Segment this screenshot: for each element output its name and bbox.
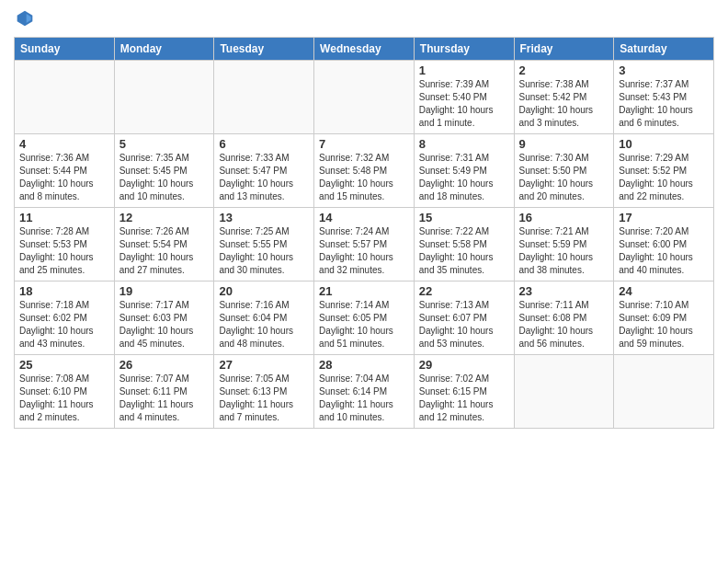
calendar-day-cell: 6Sunrise: 7:33 AM Sunset: 5:47 PM Daylig…: [214, 134, 314, 208]
day-info: Sunrise: 7:33 AM Sunset: 5:47 PM Dayligh…: [219, 152, 309, 203]
calendar-day-cell: [514, 355, 614, 429]
calendar-day-cell: 16Sunrise: 7:21 AM Sunset: 5:59 PM Dayli…: [514, 208, 614, 282]
day-number: 12: [119, 211, 210, 224]
calendar-day-cell: 25Sunrise: 7:08 AM Sunset: 6:10 PM Dayli…: [15, 355, 115, 429]
day-number: 6: [219, 137, 309, 151]
calendar-day-cell: 24Sunrise: 7:10 AM Sunset: 6:09 PM Dayli…: [614, 282, 714, 355]
day-info: Sunrise: 7:02 AM Sunset: 6:15 PM Dayligh…: [419, 373, 509, 424]
calendar-week-row: 18Sunrise: 7:18 AM Sunset: 6:02 PM Dayli…: [15, 282, 714, 355]
day-number: 20: [219, 284, 309, 298]
day-info: Sunrise: 7:18 AM Sunset: 6:02 PM Dayligh…: [19, 299, 109, 350]
day-info: Sunrise: 7:20 AM Sunset: 6:00 PM Dayligh…: [619, 225, 709, 277]
calendar-day-cell: 26Sunrise: 7:07 AM Sunset: 6:11 PM Dayli…: [114, 355, 214, 429]
day-number: 17: [619, 211, 709, 224]
day-info: Sunrise: 7:39 AM Sunset: 5:40 PM Dayligh…: [419, 78, 509, 130]
calendar-table: SundayMondayTuesdayWednesdayThursdayFrid…: [14, 37, 714, 429]
day-info: Sunrise: 7:21 AM Sunset: 5:59 PM Dayligh…: [519, 225, 609, 277]
calendar-day-cell: [114, 61, 214, 134]
day-number: 27: [219, 358, 309, 372]
day-info: Sunrise: 7:25 AM Sunset: 5:55 PM Dayligh…: [219, 225, 309, 277]
logo-icon: [16, 9, 34, 28]
day-number: 14: [319, 211, 409, 224]
calendar-week-row: 1Sunrise: 7:39 AM Sunset: 5:40 PM Daylig…: [15, 61, 714, 134]
calendar-day-cell: 28Sunrise: 7:04 AM Sunset: 6:14 PM Dayli…: [314, 355, 415, 429]
day-info: Sunrise: 7:04 AM Sunset: 6:14 PM Dayligh…: [319, 373, 409, 424]
calendar-day-cell: 29Sunrise: 7:02 AM Sunset: 6:15 PM Dayli…: [414, 355, 514, 429]
day-number: 10: [619, 137, 709, 151]
calendar-day-cell: 21Sunrise: 7:14 AM Sunset: 6:05 PM Dayli…: [314, 282, 415, 355]
calendar-day-cell: [314, 61, 415, 134]
day-number: 3: [619, 63, 709, 77]
calendar-day-cell: 11Sunrise: 7:28 AM Sunset: 5:53 PM Dayli…: [15, 208, 115, 282]
day-number: 28: [319, 358, 409, 372]
calendar-week-row: 25Sunrise: 7:08 AM Sunset: 6:10 PM Dayli…: [15, 355, 714, 429]
calendar-day-cell: 1Sunrise: 7:39 AM Sunset: 5:40 PM Daylig…: [414, 61, 514, 134]
calendar-day-cell: 13Sunrise: 7:25 AM Sunset: 5:55 PM Dayli…: [214, 208, 314, 282]
day-info: Sunrise: 7:14 AM Sunset: 6:05 PM Dayligh…: [319, 299, 409, 350]
day-info: Sunrise: 7:37 AM Sunset: 5:43 PM Dayligh…: [619, 78, 709, 130]
day-number: 9: [519, 137, 609, 151]
day-number: 29: [419, 358, 509, 372]
day-info: Sunrise: 7:17 AM Sunset: 6:03 PM Dayligh…: [119, 299, 210, 350]
calendar-day-cell: [614, 355, 714, 429]
day-info: Sunrise: 7:30 AM Sunset: 5:50 PM Dayligh…: [519, 152, 609, 203]
calendar-day-cell: 15Sunrise: 7:22 AM Sunset: 5:58 PM Dayli…: [414, 208, 514, 282]
calendar-day-cell: 10Sunrise: 7:29 AM Sunset: 5:52 PM Dayli…: [614, 134, 714, 208]
calendar-day-cell: 14Sunrise: 7:24 AM Sunset: 5:57 PM Dayli…: [314, 208, 415, 282]
day-number: 7: [319, 137, 409, 151]
calendar-header-cell: Wednesday: [314, 38, 415, 61]
day-info: Sunrise: 7:35 AM Sunset: 5:45 PM Dayligh…: [119, 152, 210, 203]
calendar-day-cell: 12Sunrise: 7:26 AM Sunset: 5:54 PM Dayli…: [114, 208, 214, 282]
calendar-day-cell: 3Sunrise: 7:37 AM Sunset: 5:43 PM Daylig…: [614, 61, 714, 134]
day-info: Sunrise: 7:32 AM Sunset: 5:48 PM Dayligh…: [319, 152, 409, 203]
calendar-day-cell: [15, 61, 115, 134]
day-info: Sunrise: 7:16 AM Sunset: 6:04 PM Dayligh…: [219, 299, 309, 350]
day-info: Sunrise: 7:36 AM Sunset: 5:44 PM Dayligh…: [19, 152, 109, 203]
calendar-day-cell: 4Sunrise: 7:36 AM Sunset: 5:44 PM Daylig…: [15, 134, 115, 208]
calendar-day-cell: 23Sunrise: 7:11 AM Sunset: 6:08 PM Dayli…: [514, 282, 614, 355]
calendar-day-cell: 17Sunrise: 7:20 AM Sunset: 6:00 PM Dayli…: [614, 208, 714, 282]
day-number: 25: [19, 358, 109, 372]
day-number: 4: [19, 137, 109, 151]
calendar-day-cell: 8Sunrise: 7:31 AM Sunset: 5:49 PM Daylig…: [414, 134, 514, 208]
day-number: 13: [219, 211, 309, 224]
day-info: Sunrise: 7:10 AM Sunset: 6:09 PM Dayligh…: [619, 299, 709, 350]
calendar-week-row: 11Sunrise: 7:28 AM Sunset: 5:53 PM Dayli…: [15, 208, 714, 282]
calendar-header-cell: Friday: [514, 38, 614, 61]
day-info: Sunrise: 7:05 AM Sunset: 6:13 PM Dayligh…: [219, 373, 309, 424]
calendar-header-cell: Tuesday: [214, 38, 314, 61]
day-number: 5: [119, 137, 210, 151]
day-number: 11: [19, 211, 109, 224]
calendar-header-cell: Saturday: [614, 38, 714, 61]
day-info: Sunrise: 7:29 AM Sunset: 5:52 PM Dayligh…: [619, 152, 709, 203]
day-number: 19: [119, 284, 210, 298]
day-info: Sunrise: 7:07 AM Sunset: 6:11 PM Dayligh…: [119, 373, 210, 424]
day-number: 15: [419, 211, 509, 224]
day-info: Sunrise: 7:13 AM Sunset: 6:07 PM Dayligh…: [419, 299, 509, 350]
calendar-header-cell: Thursday: [414, 38, 514, 61]
day-number: 23: [519, 284, 609, 298]
day-number: 8: [419, 137, 509, 151]
calendar-day-cell: 5Sunrise: 7:35 AM Sunset: 5:45 PM Daylig…: [114, 134, 214, 208]
calendar-header-cell: Monday: [114, 38, 214, 61]
day-number: 16: [519, 211, 609, 224]
day-info: Sunrise: 7:26 AM Sunset: 5:54 PM Dayligh…: [119, 225, 210, 277]
day-info: Sunrise: 7:22 AM Sunset: 5:58 PM Dayligh…: [419, 225, 509, 277]
day-number: 1: [419, 63, 509, 77]
day-number: 2: [519, 63, 609, 77]
day-info: Sunrise: 7:38 AM Sunset: 5:42 PM Dayligh…: [519, 78, 609, 130]
day-number: 24: [619, 284, 709, 298]
day-number: 18: [19, 284, 109, 298]
calendar-day-cell: [214, 61, 314, 134]
calendar-day-cell: 18Sunrise: 7:18 AM Sunset: 6:02 PM Dayli…: [15, 282, 115, 355]
calendar-day-cell: 27Sunrise: 7:05 AM Sunset: 6:13 PM Dayli…: [214, 355, 314, 429]
calendar-day-cell: 22Sunrise: 7:13 AM Sunset: 6:07 PM Dayli…: [414, 282, 514, 355]
day-info: Sunrise: 7:11 AM Sunset: 6:08 PM Dayligh…: [519, 299, 609, 350]
day-info: Sunrise: 7:31 AM Sunset: 5:49 PM Dayligh…: [419, 152, 509, 203]
day-info: Sunrise: 7:28 AM Sunset: 5:53 PM Dayligh…: [19, 225, 109, 277]
day-number: 22: [419, 284, 509, 298]
calendar-week-row: 4Sunrise: 7:36 AM Sunset: 5:44 PM Daylig…: [15, 134, 714, 208]
calendar-header-row: SundayMondayTuesdayWednesdayThursdayFrid…: [15, 38, 714, 61]
day-info: Sunrise: 7:24 AM Sunset: 5:57 PM Dayligh…: [319, 225, 409, 277]
day-info: Sunrise: 7:08 AM Sunset: 6:10 PM Dayligh…: [19, 373, 109, 424]
